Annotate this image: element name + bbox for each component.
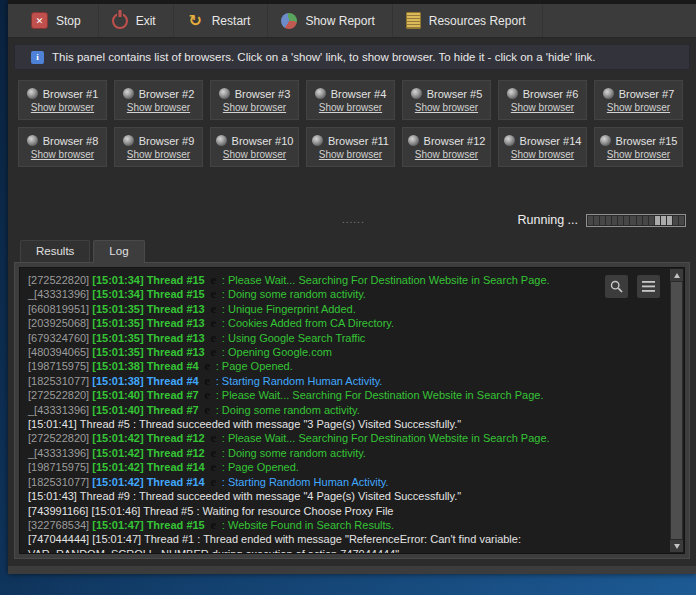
browser-e-icon: e — [208, 331, 219, 345]
log-action-id: [480394065] — [28, 346, 92, 358]
show-browser-link[interactable]: Show browser — [223, 149, 286, 160]
browser-card-header: Browser #10 — [216, 135, 294, 147]
log-scrollbar[interactable] — [670, 269, 683, 552]
progress-segment — [649, 216, 654, 225]
log-time-thread: [15:01:34] Thread #15 — [92, 288, 208, 300]
hamburger-menu-icon — [642, 281, 655, 292]
log-time-thread: [15:01:35] Thread #13 — [92, 303, 208, 315]
log-message: : Page Opened. — [213, 360, 293, 372]
log-time-thread: [15:01:35] Thread #13 — [92, 317, 208, 329]
browser-card: Browser #9Show browser — [114, 127, 203, 167]
toolbar-item-label: Stop — [56, 14, 81, 28]
resources-report-button[interactable]: Resources Report — [393, 4, 544, 37]
log-action-id: [322768534] — [28, 519, 92, 531]
progress-segment — [643, 216, 648, 225]
show-browser-link[interactable]: Show browser — [319, 102, 382, 113]
browser-name: Browser #3 — [235, 88, 291, 100]
show-browser-link[interactable]: Show browser — [31, 102, 94, 113]
exit-button[interactable]: Exit — [99, 4, 174, 37]
browser-e-icon: e — [208, 287, 219, 301]
progress-segment — [594, 216, 599, 225]
browser-card-header: Browser #3 — [219, 88, 291, 100]
resources-report-icon — [406, 12, 421, 29]
log-line: [272522820] [15:01:40] Thread #7 e : Ple… — [28, 388, 660, 402]
log-search-button[interactable] — [605, 275, 628, 298]
log-message: : Waiting for resource Choose Proxy File — [196, 505, 393, 517]
log-action-id: _[43331396] — [28, 447, 92, 459]
browser-name: Browser #11 — [328, 135, 389, 147]
toolbar-item-label: Restart — [212, 14, 251, 28]
log-message: : Website Found in Search Results. — [219, 519, 394, 531]
log-time-thread: [15:01:47] Thread #1 — [92, 533, 197, 545]
info-bar-text: This panel contains list of browsers. Cl… — [52, 51, 596, 63]
log-message: : Doing some random activity. — [219, 288, 366, 300]
progress-segment — [624, 216, 629, 225]
show-browser-link[interactable]: Show browser — [319, 149, 382, 160]
info-icon — [31, 51, 44, 64]
show-browser-link[interactable]: Show browser — [31, 149, 94, 160]
browser-name: Browser #14 — [520, 135, 582, 147]
log-time-thread: [15:01:35] Thread #13 — [92, 346, 208, 358]
browser-row: Browser #8Show browserBrowser #9Show bro… — [18, 127, 690, 167]
show-browser-link[interactable]: Show browser — [223, 102, 286, 113]
browser-icon — [216, 135, 227, 146]
down-arrow-icon — [674, 544, 680, 549]
browser-e-icon: e — [202, 374, 213, 388]
browser-icon — [603, 88, 614, 99]
exit-icon — [112, 13, 128, 29]
show-browser-link[interactable]: Show browser — [607, 149, 670, 160]
log-time-thread: [15:01:38] Thread #4 — [92, 375, 201, 387]
show-browser-link[interactable]: Show browser — [607, 102, 670, 113]
browser-icon — [600, 135, 611, 146]
log-action-id: [743991166] — [28, 505, 91, 517]
browser-icon — [312, 135, 323, 146]
browser-card: Browser #14Show browser — [498, 127, 587, 167]
browser-e-icon: e — [202, 359, 213, 373]
show-browser-link[interactable]: Show browser — [415, 149, 478, 160]
show-browser-link[interactable]: Show browser — [127, 149, 190, 160]
tab-log[interactable]: Log — [93, 240, 144, 263]
log-message: : Cookies Added from CA Directory. — [219, 317, 394, 329]
log-action-id: [272522820] — [28, 274, 92, 286]
log-line: _[43331396] [15:01:34] Thread #15 e : Do… — [28, 287, 660, 301]
log-box[interactable]: [272522820] [15:01:34] Thread #15 e : Pl… — [19, 267, 685, 554]
browser-card: Browser #10Show browser — [210, 127, 299, 167]
scroll-up-button[interactable] — [670, 269, 683, 281]
log-menu-button[interactable] — [637, 275, 660, 298]
browser-icon — [123, 135, 134, 146]
browser-icon — [504, 135, 515, 146]
log-message: : Please Wait... Searching For Destinati… — [219, 274, 550, 286]
log-line: [660819951] [15:01:35] Thread #13 e : Un… — [28, 302, 660, 316]
show-browser-link[interactable]: Show browser — [511, 149, 574, 160]
scrollbar-thumb[interactable] — [671, 282, 682, 539]
show-report-button[interactable]: Show Report — [268, 4, 392, 37]
toolbar-item-label: Resources Report — [429, 14, 526, 28]
log-line: [747044444] [15:01:47] Thread #1 : Threa… — [28, 532, 660, 554]
ellipsis-text: ...... — [342, 215, 365, 225]
show-browser-link[interactable]: Show browser — [511, 102, 574, 113]
log-action-id: [272522820] — [28, 389, 92, 401]
main-content: This panel contains list of browsers. Cl… — [8, 38, 696, 565]
up-arrow-icon — [674, 273, 680, 278]
show-browser-link[interactable]: Show browser — [127, 102, 190, 113]
browser-e-icon: e — [208, 345, 219, 359]
scroll-down-button[interactable] — [670, 540, 683, 552]
browser-name: Browser #12 — [424, 135, 486, 147]
browser-name: Browser #4 — [331, 88, 387, 100]
log-action-id: [198715975] — [28, 360, 92, 372]
log-message: : Thread succeeded with message "4 Page(… — [133, 490, 461, 502]
log-action-id: [679324760] — [28, 332, 92, 344]
browser-e-icon: e — [202, 388, 213, 402]
browser-icon — [123, 88, 134, 99]
log-message: : Thread succeeded with message "3 Page(… — [133, 418, 461, 430]
restart-button[interactable]: Restart — [174, 4, 269, 37]
stop-button[interactable]: Stop — [18, 4, 99, 37]
browser-card: Browser #4Show browser — [306, 80, 395, 120]
browser-card: Browser #15Show browser — [594, 127, 683, 167]
browser-icon — [411, 88, 422, 99]
show-browser-link[interactable]: Show browser — [415, 102, 478, 113]
log-message: : Please Wait... Searching For Destinati… — [213, 389, 544, 401]
log-line: [743991166] [15:01:46] Thread #5 : Waiti… — [28, 504, 660, 518]
browser-e-icon: e — [208, 446, 219, 460]
tab-results[interactable]: Results — [20, 240, 90, 262]
